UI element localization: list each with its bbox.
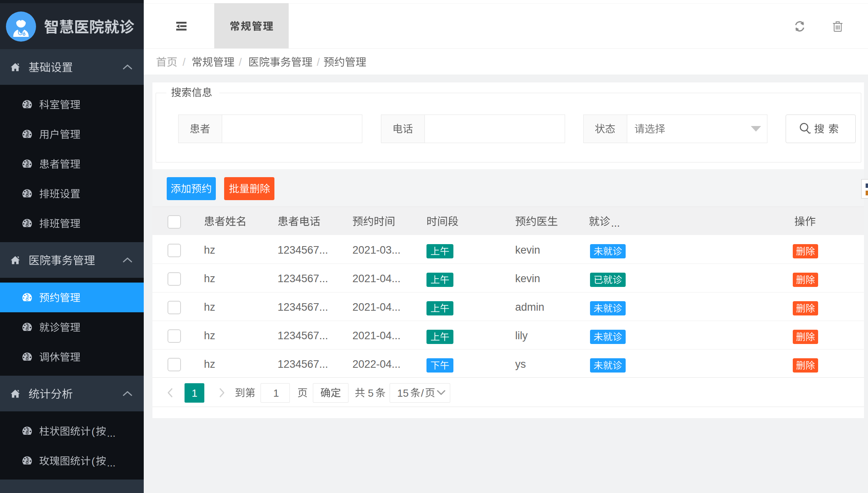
svg-text:kevin: kevin bbox=[515, 273, 540, 285]
svg-text:2021-04...: 2021-04... bbox=[352, 301, 401, 313]
svg-text:2021-03...: 2021-03... bbox=[352, 244, 401, 256]
svg-text:5: 5 bbox=[368, 387, 373, 399]
svg-text:/: / bbox=[239, 56, 242, 68]
svg-text:...: ... bbox=[107, 457, 116, 468]
svg-text:/: / bbox=[183, 56, 186, 68]
svg-text:hz: hz bbox=[204, 301, 215, 313]
svg-text:1234567...: 1234567... bbox=[278, 273, 328, 285]
svg-text:(: ( bbox=[91, 455, 95, 467]
svg-text:1: 1 bbox=[273, 387, 279, 399]
svg-text:1234567...: 1234567... bbox=[278, 358, 328, 370]
svg-text:/: / bbox=[421, 387, 424, 399]
svg-text:admin: admin bbox=[515, 301, 544, 313]
svg-text:hz: hz bbox=[204, 273, 215, 285]
svg-text:1234567...: 1234567... bbox=[278, 330, 328, 342]
svg-text:hz: hz bbox=[204, 330, 215, 342]
svg-text:2022-04...: 2022-04... bbox=[352, 358, 401, 370]
svg-text:kevin: kevin bbox=[515, 244, 540, 256]
svg-text:2021-04...: 2021-04... bbox=[352, 273, 401, 285]
svg-text:2021-04...: 2021-04... bbox=[352, 330, 401, 342]
svg-text:15: 15 bbox=[397, 387, 409, 399]
svg-text:...: ... bbox=[107, 427, 116, 439]
svg-text:hz: hz bbox=[204, 244, 215, 256]
svg-text:/: / bbox=[317, 56, 320, 68]
svg-text:ys: ys bbox=[515, 358, 526, 370]
svg-text:lily: lily bbox=[515, 330, 528, 342]
svg-text:(: ( bbox=[91, 425, 95, 437]
svg-text:...: ... bbox=[611, 217, 620, 229]
svg-text:hz: hz bbox=[204, 358, 215, 370]
svg-text:1: 1 bbox=[192, 387, 197, 399]
svg-text:1234567...: 1234567... bbox=[278, 301, 328, 313]
svg-text:1234567...: 1234567... bbox=[278, 244, 328, 256]
